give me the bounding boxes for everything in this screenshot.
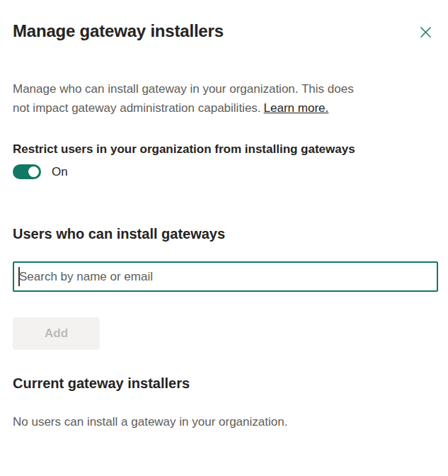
search-input[interactable] bbox=[13, 261, 438, 292]
restrict-toggle-label: Restrict users in your organization from… bbox=[13, 142, 438, 157]
close-icon bbox=[419, 30, 432, 41]
toggle-state-label: On bbox=[52, 165, 68, 179]
search-field-wrapper bbox=[13, 261, 438, 292]
learn-more-link[interactable]: Learn more. bbox=[264, 101, 329, 115]
panel-description: Manage who can install gateway in your o… bbox=[13, 79, 438, 118]
text-caret bbox=[18, 267, 20, 286]
empty-installers-message: No users can install a gateway in your o… bbox=[13, 414, 438, 430]
current-installers-heading: Current gateway installers bbox=[13, 374, 438, 392]
panel-header: Manage gateway installers bbox=[13, 20, 438, 42]
restrict-toggle[interactable] bbox=[13, 164, 41, 179]
users-section-heading: Users who can install gateways bbox=[13, 225, 438, 243]
manage-gateway-installers-panel: Manage gateway installers Manage who can… bbox=[0, 0, 448, 476]
close-button[interactable] bbox=[418, 24, 434, 40]
add-button[interactable]: Add bbox=[13, 317, 100, 350]
toggle-knob-icon bbox=[28, 166, 39, 177]
restrict-toggle-row: On bbox=[13, 164, 438, 179]
page-title: Manage gateway installers bbox=[13, 20, 224, 42]
